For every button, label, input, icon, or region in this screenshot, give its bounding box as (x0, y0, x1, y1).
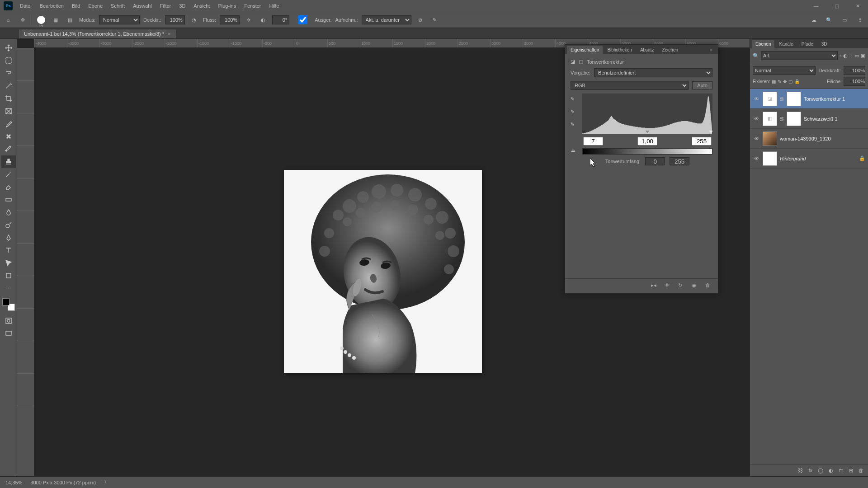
menu-hilfe[interactable]: Hilfe (265, 1, 283, 10)
more-tools[interactable]: ⋯ (1, 282, 16, 295)
flow-input[interactable] (220, 15, 240, 24)
screenmode-icon[interactable] (1, 327, 16, 340)
view-previous-icon[interactable]: 👁 (665, 282, 672, 290)
tab-bibliotheken[interactable]: Bibliotheken (604, 46, 635, 54)
menu-datei[interactable]: Datei (16, 1, 35, 10)
lasso-tool[interactable] (1, 67, 16, 80)
document-canvas[interactable] (284, 170, 482, 373)
heal-tool[interactable] (1, 130, 16, 143)
tab-zeichen[interactable]: Zeichen (658, 46, 682, 54)
reset-icon[interactable]: ↻ (678, 282, 685, 290)
ignore-adj-icon[interactable]: ⊘ (415, 14, 426, 25)
marquee-tool[interactable] (1, 54, 16, 67)
menu-bild[interactable]: Bild (68, 1, 84, 10)
menu-3d[interactable]: 3D (175, 1, 189, 10)
workspace-icon[interactable]: ▭ (839, 14, 850, 25)
visibility-icon[interactable]: 👁 (753, 156, 760, 161)
filter-smart-icon[interactable]: ▣ (861, 53, 865, 59)
brush-tool[interactable] (1, 143, 16, 155)
layer-thumb[interactable] (763, 151, 777, 166)
gamma-input[interactable] (637, 137, 657, 145)
lock-trans-icon[interactable]: ▦ (772, 79, 776, 84)
filter-type-icon[interactable]: T (849, 53, 853, 58)
move-tool[interactable] (1, 42, 16, 54)
quickmask-icon[interactable] (1, 314, 16, 327)
preset-select[interactable]: Benutzerdefiniert (594, 68, 712, 77)
pen-tool[interactable] (1, 231, 16, 244)
visibility-icon[interactable]: 👁 (753, 116, 760, 122)
angle-input[interactable] (272, 15, 289, 24)
brush-preview[interactable]: 19 (36, 14, 47, 25)
layer-filter-select[interactable]: Art (761, 51, 838, 60)
tab-3d[interactable]: 3D (818, 40, 831, 48)
eraser-tool[interactable] (1, 181, 16, 193)
menu-plugins[interactable]: Plug-ins (214, 1, 240, 10)
stamp-tool[interactable] (1, 155, 16, 168)
channel-select[interactable]: RGB (571, 81, 689, 90)
new-layer-icon[interactable]: ⊞ (849, 468, 853, 474)
visibility-icon[interactable]: 👁 (753, 96, 760, 102)
close-tab-icon[interactable]: × (168, 31, 170, 37)
tab-absatz[interactable]: Absatz (637, 46, 658, 54)
maximize-button[interactable]: ▢ (826, 0, 847, 12)
color-swatches[interactable] (2, 298, 15, 311)
close-button[interactable]: ✕ (847, 0, 868, 12)
layer-mask-thumb[interactable] (787, 92, 801, 106)
tab-pfade[interactable]: Pfade (798, 40, 817, 48)
minimize-button[interactable]: — (806, 0, 826, 12)
filter-adj-icon[interactable]: ◐ (843, 53, 848, 59)
zoom-level[interactable]: 14,35% (5, 480, 22, 485)
type-tool[interactable] (1, 244, 16, 257)
delete-layer-icon[interactable]: 🗑 (859, 468, 863, 474)
visibility-icon[interactable]: 👁 (753, 136, 760, 141)
layer-thumb[interactable] (763, 131, 777, 146)
blend-mode-select[interactable]: Normal (99, 15, 140, 24)
lock-pos-icon[interactable]: ✥ (783, 79, 787, 84)
menu-auswahl[interactable]: Auswahl (129, 1, 156, 10)
tool-preset-icon[interactable]: ✥ (17, 14, 28, 25)
home-icon[interactable]: ⌂ (3, 14, 14, 25)
doc-info[interactable]: 3000 Px x 3000 Px (72 ppcm) (30, 480, 96, 485)
new-adj-icon[interactable]: ◐ (829, 468, 833, 474)
wand-tool[interactable] (1, 80, 16, 92)
link-icon[interactable]: ⛓ (780, 117, 784, 121)
document-tab[interactable]: Unbenannt-1 bei 14,3% (Tonwertkorrektur … (18, 29, 176, 38)
output-black-input[interactable] (645, 157, 665, 165)
doc-info-arrow[interactable]: 〉 (104, 479, 109, 486)
brush-panel-icon[interactable]: ▦ (50, 14, 61, 25)
frame-tool[interactable] (1, 105, 16, 117)
pressure-size-icon[interactable]: ✎ (429, 14, 440, 25)
tab-ebenen[interactable]: Ebenen (752, 40, 774, 48)
blur-tool[interactable] (1, 206, 16, 219)
white-eyedropper-icon[interactable]: ✎ (571, 122, 579, 130)
gradient-tool[interactable] (1, 193, 16, 206)
airbrush-icon[interactable]: ✈ (243, 14, 254, 25)
black-eyedropper-icon[interactable]: ✎ (571, 96, 579, 104)
output-white-input[interactable] (670, 157, 689, 165)
link-icon[interactable]: ⛓ (780, 97, 784, 101)
auto-button[interactable]: Auto (692, 81, 712, 89)
menu-filter[interactable]: Filter (156, 1, 175, 10)
lock-all-icon[interactable]: 🔒 (794, 79, 800, 84)
path-tool[interactable] (1, 257, 16, 269)
menu-ansicht[interactable]: Ansicht (190, 1, 213, 10)
delete-adj-icon[interactable]: 🗑 (705, 282, 712, 290)
eyedropper-tool[interactable] (1, 117, 16, 130)
output-gradient[interactable] (582, 148, 712, 155)
lock-nest-icon[interactable]: ▢ (788, 79, 793, 84)
panel-menu-icon[interactable]: ≡ (706, 46, 716, 54)
layer-row[interactable]: 👁 woman-1439909_1920 (750, 129, 868, 149)
histogram-chart[interactable] (582, 94, 712, 134)
fx-icon[interactable]: fx (808, 468, 812, 474)
angle-icon[interactable]: ◐ (258, 14, 269, 25)
shape-tool[interactable] (1, 269, 16, 282)
tab-eigenschaften[interactable]: Eigenschaften (567, 46, 603, 54)
pressure-opacity-icon[interactable]: ◔ (189, 14, 199, 25)
lock-pixels-icon[interactable]: ✎ (778, 79, 781, 84)
histogram-icon[interactable]: ⛰ (571, 148, 579, 156)
share-icon[interactable]: ⇪ (854, 14, 865, 25)
layer-blend-select[interactable]: Normal (753, 66, 816, 75)
vertical-ruler[interactable] (17, 48, 34, 476)
crop-tool[interactable] (1, 92, 16, 105)
filter-pixel-icon[interactable]: ▫ (840, 53, 841, 58)
